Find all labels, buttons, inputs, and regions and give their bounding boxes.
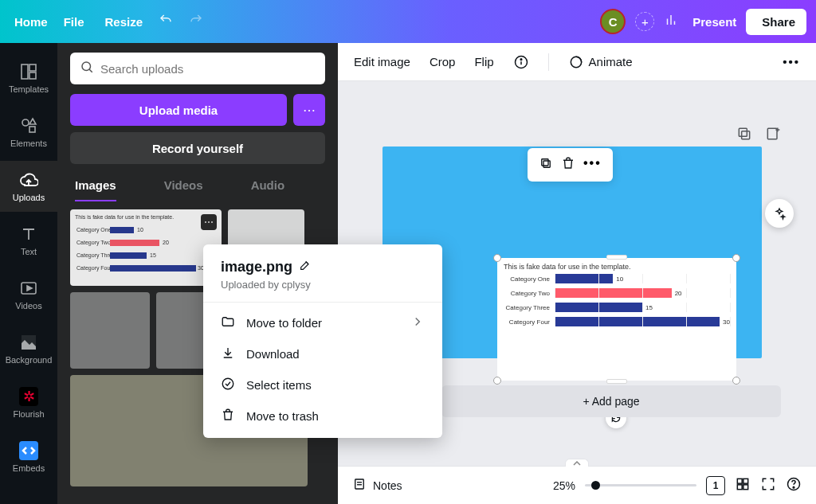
add-page-icon[interactable]: [765, 126, 781, 145]
svg-rect-6: [29, 127, 35, 132]
selection-handle[interactable]: [606, 379, 627, 384]
bottom-bar: Notes 25% 1: [338, 466, 816, 504]
add-page-button[interactable]: + Add page: [441, 385, 781, 417]
selection-handle[interactable]: [606, 255, 627, 260]
floating-element-toolbar: •••: [528, 148, 613, 182]
share-button[interactable]: Share: [746, 9, 806, 35]
add-collaborator-button[interactable]: +: [635, 12, 654, 31]
fullscreen-icon[interactable]: [760, 476, 776, 494]
menu-move-to-folder[interactable]: Move to folder: [203, 307, 442, 338]
zoom-slider[interactable]: [585, 484, 696, 486]
magic-recommend-button[interactable]: [765, 199, 794, 228]
home-button[interactable]: Home: [10, 15, 48, 29]
svg-point-14: [520, 58, 522, 60]
upload-thumbnail[interactable]: [70, 292, 150, 369]
svg-rect-26: [737, 479, 742, 483]
svg-rect-21: [543, 161, 550, 167]
chart-bar-row: Category Two20: [504, 288, 730, 298]
popover-subtitle: Uploaded by cplysy: [221, 279, 425, 291]
menu-move-to-trash[interactable]: Move to trash: [203, 400, 442, 432]
svg-rect-16: [742, 131, 750, 139]
search-input[interactable]: [100, 62, 316, 76]
svg-rect-22: [542, 159, 548, 166]
animate-button[interactable]: Animate: [568, 54, 633, 70]
rail-elements[interactable]: Elements: [0, 107, 57, 158]
edit-image-button[interactable]: Edit image: [354, 55, 410, 68]
upload-thumbnail[interactable]: This is fake data for use in the templat…: [70, 209, 222, 286]
svg-rect-28: [737, 485, 742, 490]
thumbnail-more-button[interactable]: ⋯: [201, 214, 217, 230]
check-circle-icon: [221, 377, 235, 393]
present-button[interactable]: Present: [688, 15, 736, 29]
upload-tabs: Images Videos Audio: [70, 178, 325, 201]
menu-select-items[interactable]: Select items: [203, 369, 442, 400]
svg-point-32: [222, 378, 233, 389]
folder-icon: [221, 315, 235, 331]
upload-more-button[interactable]: ⋯: [293, 94, 325, 126]
download-icon: [221, 346, 235, 362]
chevron-right-icon: [410, 315, 425, 331]
svg-rect-18: [767, 128, 777, 139]
popover-filename: image.png: [221, 259, 292, 275]
svg-rect-17: [739, 128, 747, 136]
svg-rect-3: [29, 64, 36, 71]
svg-rect-4: [29, 72, 36, 79]
notes-icon: [352, 477, 367, 494]
embeds-icon: [19, 441, 38, 460]
svg-line-11: [89, 69, 92, 72]
expand-pages-handle[interactable]: [565, 459, 589, 467]
selection-handle[interactable]: [493, 377, 501, 385]
avatar[interactable]: C: [600, 9, 626, 34]
notes-button[interactable]: Notes: [352, 477, 402, 494]
menu-download[interactable]: Download: [203, 338, 442, 369]
crop-button[interactable]: Crop: [430, 55, 456, 68]
undo-icon[interactable]: [159, 13, 173, 30]
grid-view-icon[interactable]: [735, 476, 751, 494]
duplicate-icon[interactable]: [539, 156, 553, 174]
flip-button[interactable]: Flip: [474, 55, 493, 68]
resize-button[interactable]: Resize: [100, 15, 143, 29]
svg-marker-7: [29, 119, 36, 124]
svg-rect-2: [22, 64, 28, 79]
more-icon[interactable]: •••: [783, 55, 800, 68]
trash-icon: [221, 408, 235, 424]
zoom-value[interactable]: 25%: [553, 479, 575, 492]
chart-bar-row: Category Four30: [504, 317, 730, 326]
rail-videos[interactable]: Videos: [0, 269, 57, 320]
search-input-wrap[interactable]: [70, 53, 325, 84]
chart-bar-row: Category One10: [504, 274, 730, 283]
rail-text[interactable]: Text: [0, 215, 57, 266]
file-menu[interactable]: File: [64, 15, 84, 29]
insights-icon[interactable]: [664, 13, 678, 30]
chart-bar-row: Category Three15: [504, 303, 730, 312]
tab-audio[interactable]: Audio: [251, 178, 285, 201]
duplicate-page-icon[interactable]: [736, 126, 752, 145]
trash-icon[interactable]: [561, 156, 575, 174]
rail-flourish[interactable]: ✲ Flourish: [0, 377, 57, 428]
rail-embeds[interactable]: Embeds: [0, 432, 57, 483]
svg-point-5: [22, 119, 29, 126]
redo-icon[interactable]: [189, 13, 203, 30]
rail-background[interactable]: Background: [0, 323, 57, 374]
record-yourself-button[interactable]: Record yourself: [70, 132, 325, 164]
svg-rect-23: [355, 479, 364, 489]
selection-handle[interactable]: [493, 254, 501, 262]
chart-image[interactable]: This is fake data for use in the templat…: [497, 258, 736, 381]
selection-handle[interactable]: [732, 254, 740, 262]
search-icon: [80, 60, 94, 77]
tab-images[interactable]: Images: [75, 178, 116, 201]
page-indicator[interactable]: 1: [706, 476, 725, 495]
help-icon[interactable]: [786, 476, 802, 494]
rail-uploads[interactable]: Uploads: [0, 161, 57, 212]
nav-rail: Templates Elements Uploads Text Videos B…: [0, 43, 57, 504]
info-icon[interactable]: [513, 54, 529, 70]
svg-rect-29: [743, 485, 748, 490]
more-icon[interactable]: •••: [583, 156, 602, 174]
tab-videos[interactable]: Videos: [164, 178, 203, 201]
edit-icon[interactable]: [299, 259, 312, 275]
upload-media-button[interactable]: Upload media: [70, 94, 287, 126]
upload-context-menu: image.png Uploaded by cplysy Move to fol…: [203, 244, 442, 438]
svg-point-31: [793, 486, 794, 488]
selection-handle[interactable]: [732, 377, 740, 385]
rail-templates[interactable]: Templates: [0, 53, 57, 104]
